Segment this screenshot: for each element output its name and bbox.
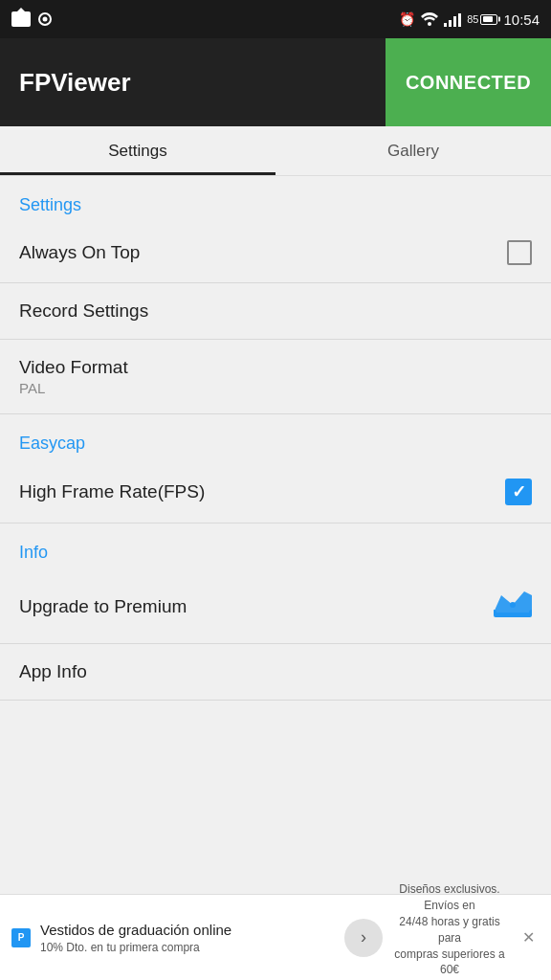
image-icon: [11, 11, 31, 27]
upgrade-premium-row[interactable]: Upgrade to Premium: [0, 570, 551, 644]
app-title: FPViewer: [0, 68, 386, 98]
settings-section-header: Settings: [0, 176, 551, 223]
wifi-icon: [421, 12, 438, 26]
app-bar: FPViewer CONNECTED: [0, 38, 551, 126]
video-format-value: PAL: [19, 380, 128, 396]
tab-gallery[interactable]: Gallery: [276, 126, 551, 175]
always-on-top-row[interactable]: Always On Top: [0, 223, 551, 283]
ad-right-block: Diseños exclusivos. Envíos en 24/48 hora…: [392, 881, 507, 980]
always-on-top-label: Always On Top: [19, 242, 140, 263]
status-bar-right: ⏰ 85 10:54: [399, 11, 540, 28]
ad-right-line2: 24/48 horas y gratis para: [392, 914, 507, 947]
high-frame-rate-row[interactable]: High Frame Rate(FPS): [0, 461, 551, 523]
ad-logo: P: [11, 928, 31, 947]
ad-close-button[interactable]: ✕: [517, 926, 540, 949]
battery-icon: 85: [467, 13, 497, 25]
always-on-top-checkbox[interactable]: [507, 240, 532, 265]
svg-point-4: [510, 602, 516, 608]
ad-banner: P Vestidos de graduación online 10% Dto.…: [0, 894, 551, 980]
content-area: Settings Always On Top Record Settings V…: [0, 176, 551, 701]
crown-icon: [494, 588, 532, 626]
record-settings-label: Record Settings: [19, 301, 148, 322]
signal-icon: [444, 11, 461, 27]
tab-settings[interactable]: Settings: [0, 126, 276, 175]
ad-arrow-button[interactable]: ›: [344, 919, 383, 957]
ad-right-line1: Diseños exclusivos. Envíos en: [392, 881, 507, 914]
tab-bar: Settings Gallery: [0, 126, 551, 176]
video-format-label: Video Format: [19, 357, 128, 378]
high-frame-rate-checkbox[interactable]: [505, 479, 532, 505]
ad-right-line3: compras superiores a 60€: [392, 947, 507, 979]
ad-sub: 10% Dto. en tu primera compra: [40, 941, 335, 954]
status-bar-left: [11, 11, 52, 27]
clock-time: 10:54: [503, 11, 540, 28]
alarm-icon: ⏰: [399, 11, 415, 27]
svg-point-0: [428, 22, 431, 26]
video-format-row[interactable]: Video Format PAL: [0, 340, 551, 414]
high-frame-rate-label: High Frame Rate(FPS): [19, 481, 205, 502]
ad-title: Vestidos de graduación online: [40, 921, 335, 940]
upgrade-premium-label: Upgrade to Premium: [19, 596, 187, 617]
status-bar: ⏰ 85 10:54: [0, 0, 551, 38]
app-info-label: App Info: [19, 661, 87, 682]
connected-button[interactable]: CONNECTED: [386, 38, 551, 126]
easycap-section: Easycap High Frame Rate(FPS): [0, 414, 551, 523]
info-section: Info Upgrade to Premium App Info: [0, 523, 551, 701]
record-settings-row[interactable]: Record Settings: [0, 283, 551, 340]
info-section-header: Info: [0, 523, 551, 570]
app-info-row[interactable]: App Info: [0, 644, 551, 701]
svg-rect-2: [494, 612, 532, 617]
easycap-section-header: Easycap: [0, 414, 551, 461]
vpn-icon: [38, 12, 52, 26]
ad-text-block: Vestidos de graduación online 10% Dto. e…: [40, 921, 335, 955]
settings-section: Settings Always On Top Record Settings V…: [0, 176, 551, 414]
